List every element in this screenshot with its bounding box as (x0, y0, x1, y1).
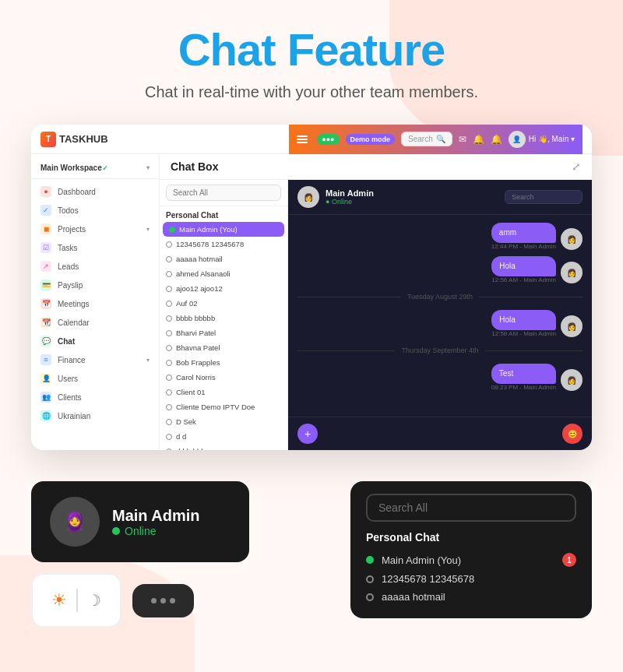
topbar-search[interactable]: Search 🔍 (401, 132, 452, 146)
sidebar-label-users: Users (58, 375, 78, 383)
app-logo: T TASKHUB (40, 132, 108, 147)
search-contact-main-admin[interactable]: Main Admin (You) 1 (366, 550, 576, 570)
sidebar-item-meetings[interactable]: 📅 Meetings (31, 294, 159, 313)
theme-divider (76, 589, 78, 612)
message-content: Test 08:23 PM - Main Admin (491, 364, 556, 391)
sidebar-item-dashboard[interactable]: ● Dashboard (31, 182, 159, 201)
status-dot (112, 527, 120, 535)
search-online-dot (366, 556, 374, 564)
offline-dot (166, 434, 172, 440)
sidebar-item-clients[interactable]: 👥 Clients (31, 388, 159, 406)
contact-item-bob[interactable]: Bob Frapples (160, 355, 287, 370)
theme-row: ☀ ☽ (31, 573, 338, 628)
message-time: 12:56 AM - Main Admin (491, 276, 556, 283)
finance-arrow: ▾ (146, 357, 150, 364)
sidebar-item-finance[interactable]: ≡ Finance ▾ (31, 350, 159, 369)
sidebar-label-todos: Todos (58, 206, 79, 215)
contact-item-aaaaa[interactable]: aaaaa hotmail (160, 252, 287, 266)
contact-item-client01[interactable]: Client 01 (160, 385, 287, 399)
offline-dot (166, 375, 172, 381)
search-all-input[interactable] (366, 494, 576, 522)
search-card: Personal Chat Main Admin (You) 1 1234567… (350, 481, 592, 618)
contact-name: Bharvi Patel (176, 329, 216, 337)
message-content: Hola 12:56 AM - Main Admin (491, 256, 556, 283)
sender-avatar: 👩 (561, 369, 583, 391)
demo-mode-btn[interactable]: Demo mode (346, 134, 396, 145)
sidebar-item-leads[interactable]: ↗ Leads (31, 257, 159, 276)
sidebar-item-users[interactable]: 👤 Users (31, 369, 159, 388)
offline-dot (166, 389, 172, 396)
contact-name: Auf 02 (176, 299, 197, 308)
user-avatar: 👤 (509, 131, 526, 148)
sidebar-item-calendar[interactable]: 📆 Calendar (31, 313, 159, 332)
contact-item-bbbb[interactable]: bbbb bbbbb (160, 311, 287, 325)
contact-item-bharvi[interactable]: Bharvi Patel (160, 325, 287, 340)
message-bubble: Hola (491, 310, 556, 330)
messages-user-name: Main Admin (326, 188, 374, 198)
offline-dot (166, 360, 172, 366)
contact-item-ajoo[interactable]: ajoo12 ajoo12 (160, 281, 287, 296)
contact-item-main-admin[interactable]: Main Admin (You) (163, 222, 284, 237)
sidebar-item-chat[interactable]: 💬 Chat (31, 332, 159, 350)
contact-name: D Sek (176, 417, 196, 426)
green-status-btn[interactable]: ●●● (317, 134, 339, 145)
offline-dot (166, 301, 172, 307)
search-offline-dot (366, 575, 374, 583)
finance-icon: ≡ (40, 354, 51, 365)
messages-search-input[interactable] (505, 190, 583, 204)
profile-status: Online (112, 525, 200, 537)
sidebar-label-ukrainian: Ukrainian (58, 412, 90, 420)
page-title: Chat Feature (178, 23, 445, 76)
topbar-nav: ●●● Demo mode Search 🔍 ✉ 🔔 🔔 👤 Hi 👋, Mai… (289, 125, 583, 154)
user-avatar-area[interactable]: 👤 Hi 👋, Main ▾ (509, 131, 575, 148)
app-topbar: T TASKHUB ●●● Demo mode Search 🔍 ✉ 🔔 🔔 👤 (31, 125, 592, 154)
emoji-button[interactable]: 😊 (562, 424, 583, 444)
dots-button[interactable] (132, 584, 194, 617)
contact-item-cliente[interactable]: Cliente Demo IPTV Doe (160, 399, 287, 414)
offline-dot (166, 419, 172, 425)
email-icon[interactable]: ✉ (459, 134, 466, 145)
notification-icon[interactable]: 🔔 (491, 134, 502, 145)
sidebar-item-projects[interactable]: ◼ Projects ▾ (31, 220, 159, 238)
contact-item-bhavna[interactable]: Bhavna Patel (160, 340, 287, 355)
contact-item-ahmed[interactable]: ahmed Alsanaoli (160, 266, 287, 281)
offline-dot (166, 271, 172, 277)
contact-name: Cliente Demo IPTV Doe (176, 403, 255, 411)
sidebar-item-ukrainian[interactable]: 🌐 Ukrainian (31, 406, 159, 425)
sender-avatar: 👩 (561, 262, 583, 283)
workspace-label[interactable]: Main Workspace ✓ ▾ (31, 160, 159, 179)
sidebar-item-tasks[interactable]: ☑ Tasks (31, 238, 159, 257)
message-time: 08:23 PM - Main Admin (491, 384, 556, 391)
sidebar-label-finance: Finance (58, 356, 86, 364)
contact-item-dsek[interactable]: D Sek (160, 414, 287, 429)
hamburger-icon[interactable] (297, 135, 308, 143)
search-contact-12345678[interactable]: 12345678 12345678 (366, 570, 576, 588)
message-bubble: amm (491, 223, 556, 243)
offline-dot (166, 345, 172, 351)
contact-item-auf[interactable]: Auf 02 (160, 296, 287, 311)
contact-name: Carol Norris (176, 373, 216, 382)
contact-item-dddddd[interactable]: ddd ddd (160, 444, 287, 450)
theme-toggle-card[interactable]: ☀ ☽ (31, 573, 121, 628)
dot-1 (151, 598, 157, 603)
page-subtitle: Chat in real-time with your other team m… (145, 83, 478, 101)
profile-avatar: 🧕 (50, 497, 100, 547)
compose-button[interactable]: + (297, 424, 318, 444)
todos-icon: ✓ (40, 205, 51, 216)
expand-icon[interactable]: ⤢ (572, 160, 581, 173)
search-contact-aaaaa[interactable]: aaaaa hotmail (366, 588, 576, 606)
contact-item-dd[interactable]: d d (160, 429, 287, 444)
sidebar-item-todos[interactable]: ✓ Todos (31, 201, 159, 220)
contact-search-input[interactable] (166, 185, 281, 201)
contact-item-12345678[interactable]: 12345678 12345678 (160, 237, 287, 252)
chat-box-container: Chat Box ⤢ Personal Chat Main A (160, 154, 592, 450)
bell-icon[interactable]: 🔔 (473, 134, 484, 145)
contact-item-carol[interactable]: Carol Norris (160, 370, 287, 385)
profile-name: Main Admin (112, 507, 200, 525)
contact-name: bbbb bbbbb (176, 314, 215, 322)
projects-arrow: ▾ (146, 226, 150, 233)
dot-3 (170, 598, 175, 603)
moon-icon: ☽ (87, 591, 101, 610)
search-icon: 🔍 (436, 135, 445, 143)
sidebar-item-payslip[interactable]: 💳 Payslip (31, 276, 159, 294)
